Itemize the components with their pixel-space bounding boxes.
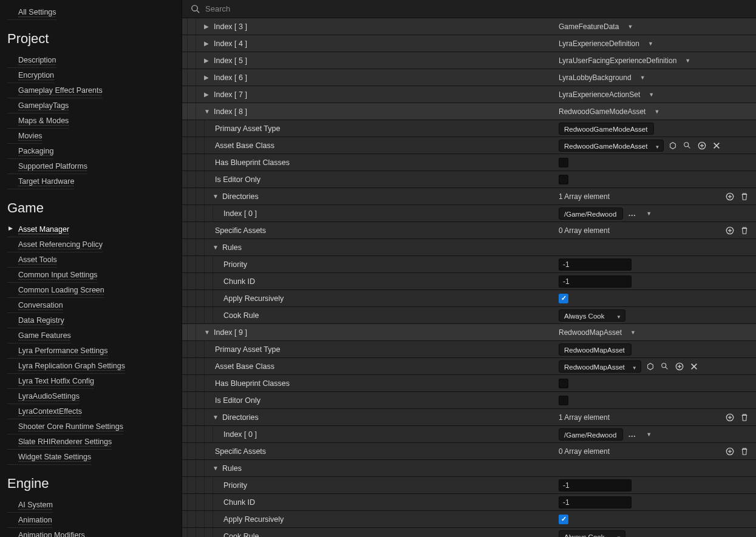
sidebar-item-lyra-text-hotfix-config[interactable]: Lyra Text Hotfix Config [7, 374, 94, 389]
property-label: Has Blueprint Classes [215, 158, 290, 167]
index-label: Index [ 5 ] [214, 56, 247, 65]
apply-recursively-checkbox[interactable] [559, 515, 568, 524]
use-selected-icon[interactable] [645, 361, 656, 372]
collapse-arrow-icon[interactable] [213, 465, 220, 471]
property-label: Primary Asset Type [215, 345, 280, 354]
chevron-down-icon[interactable]: ▼ [649, 92, 654, 98]
collapse-arrow-icon[interactable] [204, 329, 211, 336]
sidebar-item-maps-modes[interactable]: Maps & Modes [7, 113, 69, 129]
collapse-arrow-icon[interactable] [204, 108, 211, 115]
chevron-down-icon[interactable]: ▼ [640, 75, 645, 81]
expand-arrow-icon[interactable] [204, 74, 211, 81]
has-blueprint-classes-checkbox[interactable] [559, 379, 568, 388]
cook-rule-dropdown[interactable]: Always Cook▼ [559, 530, 625, 538]
sidebar-item-asset-manager[interactable]: Asset Manager [7, 222, 69, 237]
empty-array-icon[interactable] [739, 225, 750, 236]
chevron-down-icon[interactable]: ▼ [654, 109, 659, 115]
sidebar-item-data-registry[interactable]: Data Registry [7, 313, 64, 328]
expand-arrow-icon[interactable] [204, 23, 211, 30]
chevron-down-icon[interactable]: ▼ [627, 24, 633, 30]
primary-asset-type-field[interactable]: RedwoodMapAsset [559, 343, 632, 356]
sidebar-item-animation[interactable]: Animation [7, 513, 52, 528]
array-count: 1 Array element [559, 192, 610, 201]
add-element-icon[interactable] [724, 191, 735, 202]
priority-input[interactable] [559, 258, 632, 271]
sidebar-item-lyraaudiosettings[interactable]: LyraAudioSettings [7, 389, 80, 404]
has-blueprint-classes-checkbox[interactable] [559, 158, 568, 167]
chevron-down-icon[interactable]: ▼ [630, 329, 636, 336]
sidebar-item-ai-system[interactable]: AI System [7, 498, 53, 513]
array-count: 0 Array element [559, 226, 610, 235]
is-editor-only-checkbox[interactable] [559, 175, 568, 184]
collapse-arrow-icon[interactable] [213, 193, 220, 200]
empty-array-icon[interactable] [739, 446, 750, 457]
sidebar-item-common-loading-screen[interactable]: Common Loading Screen [7, 283, 104, 298]
sidebar-item-description[interactable]: Description [7, 53, 56, 68]
is-editor-only-checkbox[interactable] [559, 396, 568, 405]
property-label: Asset Base Class [215, 141, 274, 150]
sidebar-item-packaging[interactable]: Packaging [7, 144, 53, 159]
browse-icon[interactable] [682, 140, 693, 151]
directory-path-field[interactable]: /Game/Redwood [559, 428, 623, 441]
sidebar-item-shooter-core-runtime-settings[interactable]: Shooter Core Runtime Settings [7, 419, 123, 434]
clear-icon[interactable] [689, 361, 700, 372]
sidebar-item-slate-rhirenderer-settings[interactable]: Slate RHIRenderer Settings [7, 434, 112, 450]
property-label: Is Editor Only [215, 396, 261, 405]
sidebar-item-asset-referencing-policy[interactable]: Asset Referencing Policy [7, 237, 103, 252]
sidebar-item-widget-state-settings[interactable]: Widget State Settings [7, 450, 91, 465]
sidebar-item-encryption[interactable]: Encryption [7, 68, 54, 83]
sidebar-item-target-hardware[interactable]: Target Hardware [7, 174, 74, 189]
chevron-down-icon[interactable]: ▼ [648, 41, 653, 47]
property-row-apply-recursively: Apply Recursively [182, 511, 756, 528]
property-label: Priority [223, 481, 247, 490]
sidebar-item-supported-platforms[interactable]: Supported Platforms [7, 159, 87, 174]
sidebar-all-settings[interactable]: All Settings [7, 5, 56, 20]
chevron-down-icon[interactable]: ▼ [646, 431, 652, 437]
svg-line-1 [197, 10, 199, 13]
sidebar-item-asset-tools[interactable]: Asset Tools [7, 252, 57, 268]
array-index-row: Index [ 7 ] LyraExperienceActionSet ▼ [182, 86, 756, 103]
apply-recursively-checkbox[interactable] [559, 294, 568, 303]
sidebar-heading-project: Project [7, 31, 182, 47]
sidebar-item-animation-modifiers[interactable]: Animation Modifiers [7, 528, 85, 537]
sidebar-item-gameplaytags[interactable]: GameplayTags [7, 98, 69, 113]
add-icon[interactable] [696, 140, 707, 151]
browse-icon[interactable] [659, 361, 670, 372]
add-element-icon[interactable] [724, 412, 735, 423]
chunk-id-input[interactable] [559, 275, 632, 288]
sidebar-item-game-features[interactable]: Game Features [7, 328, 71, 343]
empty-array-icon[interactable] [739, 412, 750, 423]
sidebar-item-lyracontexteffects[interactable]: LyraContextEffects [7, 404, 82, 419]
expand-arrow-icon[interactable] [204, 91, 211, 98]
sidebar-item-common-input-settings[interactable]: Common Input Settings [7, 268, 98, 283]
svg-point-14 [661, 363, 666, 367]
add-icon[interactable] [674, 361, 685, 372]
collapse-arrow-icon[interactable] [213, 244, 220, 251]
asset-base-class-dropdown[interactable]: RedwoodMapAsset▼ [559, 360, 641, 373]
chevron-down-icon[interactable]: ▼ [685, 58, 690, 64]
directory-path-field[interactable]: /Game/Redwood [559, 208, 623, 220]
primary-asset-type-field[interactable]: RedwoodGameModeAsset [559, 123, 654, 135]
clear-icon[interactable] [711, 140, 722, 151]
sidebar-item-lyra-replication-graph-settings[interactable]: Lyra Replication Graph Settings [7, 359, 125, 374]
sidebar-item-movies[interactable]: Movies [7, 129, 43, 144]
search-input[interactable] [205, 4, 756, 13]
sidebar-item-lyra-performance-settings[interactable]: Lyra Performance Settings [7, 343, 108, 359]
sidebar-item-gameplay-effect-parents[interactable]: Gameplay Effect Parents [7, 83, 103, 98]
asset-base-class-dropdown[interactable]: RedwoodGameModeAsset▼ [559, 140, 664, 152]
add-element-icon[interactable] [724, 446, 735, 457]
priority-input[interactable] [559, 479, 632, 491]
browse-path-icon[interactable]: … [627, 429, 638, 440]
chunk-id-input[interactable] [559, 496, 632, 508]
browse-path-icon[interactable]: … [627, 208, 638, 219]
add-element-icon[interactable] [724, 225, 735, 236]
use-selected-icon[interactable] [667, 140, 678, 151]
directory-row: Index [ 0 ] /Game/Redwood … ▼ [182, 426, 756, 443]
expand-arrow-icon[interactable] [204, 57, 211, 64]
sidebar-item-conversation[interactable]: Conversation [7, 298, 63, 313]
collapse-arrow-icon[interactable] [213, 414, 220, 420]
chevron-down-icon[interactable]: ▼ [646, 211, 652, 217]
cook-rule-dropdown[interactable]: Always Cook▼ [559, 309, 625, 322]
expand-arrow-icon[interactable] [204, 40, 211, 47]
empty-array-icon[interactable] [739, 191, 750, 202]
